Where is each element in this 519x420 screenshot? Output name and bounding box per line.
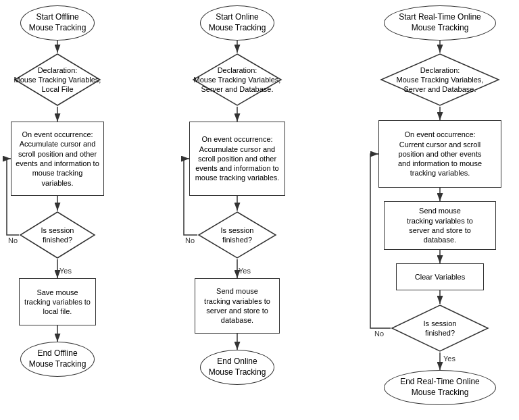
realtime-yes-label: Yes <box>443 355 455 363</box>
offline-declaration: Declaration:Mouse Tracking Variables,Loc… <box>14 53 101 107</box>
realtime-clear: Clear Variables <box>396 263 484 290</box>
online-start: Start OnlineMouse Tracking <box>200 5 274 41</box>
offline-decision: Is sessionfinished? <box>19 211 96 259</box>
online-event: On event occurrence:Accumulate cursor an… <box>189 122 285 196</box>
online-decision: Is sessionfinished? <box>197 211 277 259</box>
flowchart: Start OfflineMouse Tracking Declaration:… <box>0 0 519 420</box>
online-no-label: No <box>185 236 195 244</box>
realtime-event: On event occurrence:Current cursor and s… <box>378 120 501 188</box>
offline-start: Start OfflineMouse Tracking <box>20 5 95 41</box>
offline-save: Save mousetracking variables tolocal fil… <box>19 278 96 325</box>
online-declaration: Declaration:Mouse Tracking Variables,Ser… <box>192 53 282 107</box>
realtime-declaration: Declaration:Mouse Tracking Variables,Ser… <box>380 53 500 107</box>
online-yes-label: Yes <box>239 267 251 275</box>
realtime-no-label: No <box>374 330 384 338</box>
offline-yes-label: Yes <box>59 267 72 275</box>
realtime-send: Send mousetracking variables toserver an… <box>384 201 496 250</box>
realtime-end: End Real-Time OnlineMouse Tracking <box>384 370 496 405</box>
online-end: End OnlineMouse Tracking <box>200 350 274 385</box>
realtime-decision: Is sessionfinished? <box>391 304 489 352</box>
offline-event: On event occurrence:Accumulate cursor an… <box>11 122 104 196</box>
realtime-start: Start Real-Time OnlineMouse Tracking <box>384 5 496 41</box>
offline-no-label: No <box>8 236 18 244</box>
online-send: Send mousetracking variables toserver an… <box>195 278 280 334</box>
offline-end: End OfflineMouse Tracking <box>20 342 95 377</box>
